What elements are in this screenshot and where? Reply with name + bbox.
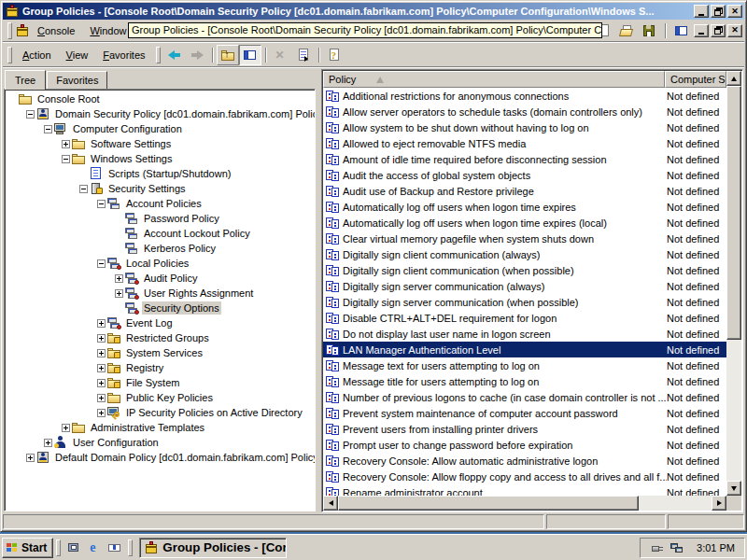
tree-item[interactable]: Password Policy (5, 211, 315, 226)
tree-item-label[interactable]: IP Security Policies on Active Directory (124, 406, 304, 419)
tab-tree[interactable]: Tree (5, 70, 46, 90)
horizontal-scroll-thumb[interactable] (338, 496, 639, 511)
policy-row[interactable]: Audit the access of global system object… (323, 167, 726, 183)
title-bar[interactable]: Group Policies - [Console Root\Domain Se… (3, 3, 744, 20)
tree-item[interactable]: Security Options (5, 301, 315, 315)
expand-icon[interactable] (97, 334, 106, 343)
tree-item-label[interactable]: System Services (124, 346, 204, 359)
tree-item-label[interactable]: Default Domain Policy [dc01.domain.fabri… (53, 451, 316, 464)
tree-item-label[interactable]: User Rights Assignment (142, 287, 255, 300)
tree-item[interactable]: Restricted Groups (5, 330, 315, 345)
tree-item-label[interactable]: User Configuration (71, 436, 161, 449)
tree-item[interactable]: Domain Security Policy [dc01.domain.fabr… (5, 106, 315, 121)
policy-row[interactable]: Clear virtual memory pagefile when syste… (323, 231, 726, 246)
tree-item[interactable]: Account Lockout Policy (5, 226, 315, 241)
policy-row[interactable]: Disable CTRL+ALT+DEL requirement for log… (323, 310, 726, 326)
tree-item-label[interactable]: Public Key Policies (124, 391, 215, 404)
collapse-icon[interactable] (79, 185, 88, 193)
tree-item[interactable]: Administrative Templates (5, 420, 315, 435)
quick-launch-internet-explorer[interactable]: e (84, 538, 105, 558)
toolbar-grip[interactable] (7, 47, 12, 63)
tree-item-label[interactable]: Local Policies (124, 257, 190, 270)
collapse-icon[interactable] (62, 155, 70, 163)
policy-row[interactable]: Prevent system maintenance of computer a… (323, 405, 726, 421)
toolbar-grip[interactable] (156, 47, 161, 63)
policy-row[interactable]: Do not display last user name in logon s… (323, 326, 726, 342)
quick-launch-show-desktop[interactable] (63, 538, 84, 558)
tree-item-label[interactable]: Password Policy (142, 212, 221, 225)
tree-item-label[interactable]: File System (124, 376, 181, 389)
collapse-icon[interactable] (26, 110, 35, 119)
policy-row[interactable]: Allow system to be shut down without hav… (323, 119, 726, 135)
tree-item[interactable]: Account Policies (5, 196, 315, 211)
expand-icon[interactable] (97, 394, 106, 402)
tree-item[interactable]: Default Domain Policy [dc01.domain.fabri… (5, 450, 315, 465)
tree-item-label[interactable]: Event Log (124, 316, 175, 329)
quick-launch-outlook-express[interactable] (105, 538, 125, 558)
vertical-scrollbar[interactable] (726, 71, 741, 496)
open-console-button[interactable] (616, 21, 637, 40)
policy-row[interactable]: Recovery Console: Allow floppy copy and … (323, 469, 726, 484)
scroll-right-button[interactable] (712, 496, 726, 511)
tree-item-label[interactable]: Windows Settings (89, 152, 174, 165)
scroll-up-button[interactable] (726, 71, 741, 86)
menu-console[interactable]: Console (30, 23, 82, 38)
expand-icon[interactable] (115, 289, 123, 298)
minimize-button[interactable] (694, 5, 709, 18)
taskbar-grip[interactable] (128, 539, 133, 556)
collapse-icon[interactable] (44, 125, 52, 133)
expand-icon[interactable] (26, 454, 35, 462)
restore-button[interactable] (711, 5, 726, 18)
tree-item-label[interactable]: Security Settings (106, 182, 188, 195)
column-header-computer-setting[interactable]: Computer Sett (665, 71, 726, 88)
menu-action[interactable]: Action (15, 48, 59, 63)
policy-row[interactable]: Message title for users attempting to lo… (323, 373, 726, 389)
expand-icon[interactable] (97, 319, 106, 328)
policy-row[interactable]: Additional restrictions for anonymous co… (323, 88, 726, 104)
tree-item-label[interactable]: Computer Configuration (71, 122, 184, 135)
forward-button[interactable] (186, 45, 208, 65)
policy-row[interactable]: Digitally sign client communication (alw… (323, 246, 726, 262)
tree-item-label[interactable]: Audit Policy (142, 272, 199, 285)
taskbar-task-group-policies[interactable]: Group Policies - [Cons... (139, 538, 287, 558)
close-button[interactable]: ✕ (727, 5, 742, 18)
horizontal-scrollbar[interactable] (323, 496, 726, 511)
tree-item[interactable]: Kerberos Policy (5, 241, 315, 256)
tree-item[interactable]: Event Log (5, 315, 315, 330)
vertical-scroll-thumb[interactable] (726, 86, 741, 340)
tree-item[interactable]: User Rights Assignment (5, 286, 315, 301)
up-one-level-button[interactable]: ↑ (217, 45, 239, 65)
policy-row[interactable]: Amount of idle time required before disc… (323, 151, 726, 167)
tree-item-label[interactable]: Restricted Groups (124, 331, 211, 344)
collapse-icon[interactable] (97, 200, 106, 208)
tree-item-label[interactable]: Software Settings (89, 137, 173, 150)
expand-icon[interactable] (44, 439, 52, 447)
child-close-button[interactable]: ✕ (727, 24, 742, 37)
tree-item[interactable]: Security Settings (5, 181, 315, 196)
show-hide-console-tree-button[interactable] (239, 45, 261, 65)
tree-item[interactable]: Registry (5, 360, 315, 375)
tree-item-label[interactable]: Domain Security Policy [dc01.domain.fabr… (53, 107, 316, 120)
policy-row[interactable]: Prompt user to change password before ex… (323, 437, 726, 453)
delete-button[interactable]: ✕ (270, 45, 292, 65)
unplug-eject-hardware-icon[interactable] (650, 540, 665, 555)
mmc-console-icon[interactable] (5, 4, 20, 19)
policy-row[interactable]: Message text for users attempting to log… (323, 357, 726, 373)
tree-item-label[interactable]: Security Options (142, 301, 221, 315)
tree-item[interactable]: Computer Configuration (5, 121, 315, 136)
scroll-down-button[interactable] (726, 481, 741, 496)
taskbar-grip[interactable] (56, 539, 61, 556)
tree-item-label[interactable]: Account Policies (124, 197, 204, 210)
policy-row[interactable]: Automatically log off users when logon t… (323, 199, 726, 215)
expand-icon[interactable] (97, 364, 106, 372)
tree-item[interactable]: Console Root (5, 91, 315, 106)
scroll-left-button[interactable] (323, 496, 338, 511)
policy-row[interactable]: Rename administrator accountNot defined (323, 484, 726, 496)
policy-row[interactable]: Prevent users from installing printer dr… (323, 421, 726, 437)
policy-row[interactable]: Recovery Console: Allow automatic admini… (323, 453, 726, 469)
console-system-menu-icon[interactable] (15, 23, 30, 38)
child-minimize-button[interactable] (694, 24, 709, 37)
tree-item-label[interactable]: Console Root (35, 92, 102, 105)
menu-view[interactable]: View (59, 48, 96, 63)
network-icon[interactable] (669, 540, 684, 555)
